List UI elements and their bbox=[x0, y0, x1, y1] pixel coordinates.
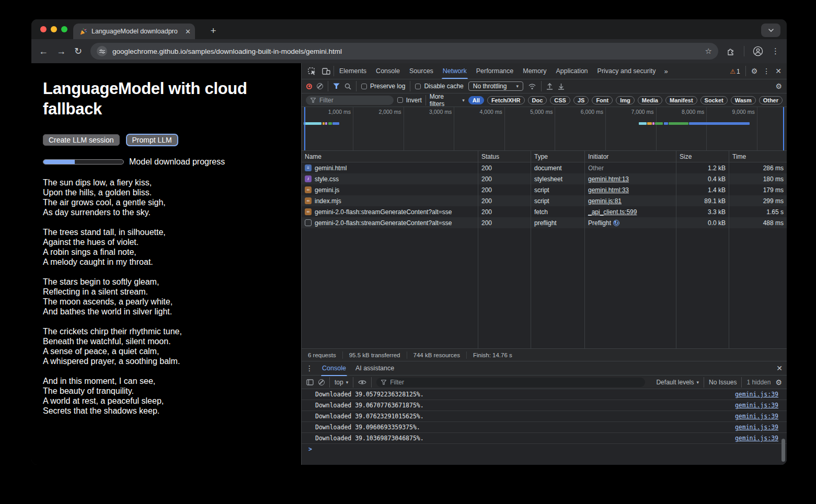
extensions-puzzle-icon[interactable] bbox=[727, 47, 735, 56]
filter-chip-css[interactable]: CSS bbox=[550, 96, 570, 104]
tab-console[interactable]: Console bbox=[371, 64, 405, 79]
drawer-menu-icon[interactable]: ⋮ bbox=[306, 365, 313, 372]
console-prompt[interactable]: > bbox=[302, 444, 787, 454]
initiator-link[interactable]: _api_client.ts:599 bbox=[588, 208, 637, 216]
column-header-status[interactable]: Status bbox=[478, 151, 531, 162]
import-har-icon[interactable] bbox=[546, 83, 553, 90]
forward-button[interactable]: → bbox=[56, 46, 66, 56]
new-tab-button[interactable]: + bbox=[206, 24, 221, 39]
close-window-button[interactable] bbox=[40, 26, 47, 32]
live-expression-eye-icon[interactable] bbox=[358, 379, 366, 385]
console-source-link[interactable]: gemini.js:39 bbox=[735, 402, 778, 409]
filter-chip-media[interactable]: Media bbox=[638, 96, 662, 104]
more-filters-dropdown[interactable]: More filters ▾ bbox=[430, 93, 465, 108]
column-header-initiator[interactable]: Initiator bbox=[585, 151, 676, 162]
table-row[interactable]: /style.css200stylesheetgemini.html:130.4… bbox=[302, 173, 787, 184]
preflight-info-icon[interactable]: ↻ bbox=[613, 220, 619, 226]
reload-button[interactable]: ↻ bbox=[74, 46, 82, 56]
network-overview-timeline[interactable]: 1,000 ms2,000 ms3,000 ms4,000 ms5,000 ms… bbox=[302, 107, 787, 151]
context-selector[interactable]: top ▾ bbox=[335, 379, 348, 386]
filter-chip-wasm[interactable]: Wasm bbox=[731, 96, 756, 104]
filter-chip-font[interactable]: Font bbox=[592, 96, 613, 104]
console-source-link[interactable]: gemini.js:39 bbox=[735, 391, 778, 398]
clear-network-log-icon[interactable] bbox=[317, 83, 323, 89]
table-row[interactable]: ≡gemini.html200documentOther1.2 kB286 ms bbox=[302, 162, 787, 173]
console-filter-input[interactable]: Filter bbox=[376, 378, 645, 387]
poem-stanza: The stars begin to softly gleam,Reflecti… bbox=[43, 277, 285, 317]
clear-console-icon[interactable] bbox=[318, 379, 325, 385]
console-source-link[interactable]: gemini.js:39 bbox=[735, 424, 778, 431]
console-scrollbar-thumb[interactable] bbox=[781, 439, 785, 462]
initiator-link[interactable]: gemini.html:33 bbox=[588, 186, 629, 194]
maximize-window-button[interactable] bbox=[61, 26, 67, 32]
tab-network[interactable]: Network bbox=[438, 64, 472, 79]
browser-menu-icon[interactable]: ⋮ bbox=[772, 46, 779, 56]
site-settings-icon[interactable] bbox=[97, 46, 107, 56]
devtools-close-icon[interactable]: ✕ bbox=[775, 67, 781, 75]
table-row[interactable]: ‹›gemini-2.0-flash:streamGenerateContent… bbox=[302, 206, 787, 217]
filter-chip-img[interactable]: Img bbox=[616, 96, 635, 104]
console-settings-gear-icon[interactable]: ⚙ bbox=[775, 379, 782, 386]
invert-checkbox[interactable]: Invert bbox=[397, 97, 422, 104]
back-button[interactable]: ← bbox=[39, 46, 48, 56]
console-sidebar-toggle-icon[interactable] bbox=[306, 379, 314, 385]
filter-chip-doc[interactable]: Doc bbox=[528, 96, 547, 104]
minimize-window-button[interactable] bbox=[51, 26, 57, 32]
tab-close-icon[interactable]: ✕ bbox=[185, 28, 191, 36]
filter-chip-js[interactable]: JS bbox=[573, 96, 589, 104]
console-tab-ai-assistance[interactable]: AI assistance bbox=[351, 361, 399, 376]
tab-search-chevron-button[interactable] bbox=[761, 24, 780, 37]
bookmark-star-icon[interactable]: ☆ bbox=[705, 46, 712, 56]
waterfall-segment bbox=[304, 122, 321, 125]
tab-elements[interactable]: Elements bbox=[335, 64, 371, 79]
browser-tab[interactable]: LanguageModel downloadpro ✕ bbox=[73, 24, 195, 39]
throttling-select[interactable]: No throttling ▾ bbox=[468, 81, 523, 91]
console-source-link[interactable]: gemini.js:39 bbox=[735, 413, 778, 420]
initiator-link[interactable]: gemini.html:13 bbox=[588, 175, 629, 183]
device-toolbar-icon[interactable] bbox=[322, 67, 330, 75]
console-source-link[interactable]: gemini.js:39 bbox=[735, 435, 778, 442]
cell-size: 1.2 kB bbox=[676, 162, 729, 173]
prompt-llm-button[interactable]: Prompt LLM bbox=[126, 134, 178, 146]
table-row[interactable]: ‹›gemini.js200scriptgemini.html:331.4 kB… bbox=[302, 184, 787, 195]
filter-chip-all[interactable]: All bbox=[468, 96, 484, 104]
column-header-name[interactable]: Name bbox=[302, 151, 478, 162]
address-bar[interactable]: googlechrome.github.io/samples/downloadi… bbox=[90, 43, 718, 60]
devtools-menu-icon[interactable]: ⋮ bbox=[763, 67, 770, 75]
preserve-log-checkbox[interactable]: Preserve log bbox=[361, 83, 405, 90]
filter-chip-socket[interactable]: Socket bbox=[700, 96, 728, 104]
column-header-size[interactable]: Size bbox=[676, 151, 729, 162]
settings-gear-icon[interactable]: ⚙ bbox=[751, 67, 758, 75]
column-header-time[interactable]: Time bbox=[729, 151, 787, 162]
request-name: gemini-2.0-flash:streamGenerateContent?a… bbox=[315, 219, 452, 227]
initiator-link[interactable]: gemini.js:81 bbox=[588, 197, 622, 205]
network-settings-gear-icon[interactable]: ⚙ bbox=[775, 83, 782, 90]
default-levels-dropdown[interactable]: Default levels ▾ bbox=[656, 379, 699, 386]
export-har-icon[interactable] bbox=[558, 83, 565, 90]
column-header-type[interactable]: Type bbox=[531, 151, 585, 162]
network-filter-input[interactable]: Filter bbox=[306, 96, 394, 105]
inspect-element-icon[interactable] bbox=[308, 67, 316, 75]
filter-chip-fetch-xhr[interactable]: Fetch/XHR bbox=[487, 96, 525, 104]
filter-chip-manifest[interactable]: Manifest bbox=[665, 96, 697, 104]
filter-chip-other[interactable]: Other bbox=[759, 96, 783, 104]
tab-sources[interactable]: Sources bbox=[405, 64, 438, 79]
tab-memory[interactable]: Memory bbox=[518, 64, 551, 79]
issues-warning-badge[interactable]: ⚠1 bbox=[730, 66, 740, 76]
filter-funnel-icon[interactable] bbox=[333, 83, 340, 89]
create-llm-session-button[interactable]: Create LLM session bbox=[43, 134, 120, 146]
drawer-close-icon[interactable]: ✕ bbox=[776, 365, 783, 372]
tab-privacy-and-security[interactable]: Privacy and security bbox=[593, 64, 661, 79]
no-issues-label[interactable]: No Issues bbox=[709, 379, 737, 386]
table-row[interactable]: gemini-2.0-flash:streamGenerateContent?a… bbox=[302, 217, 787, 228]
network-conditions-icon[interactable] bbox=[528, 83, 536, 90]
search-icon[interactable] bbox=[344, 83, 351, 90]
more-tabs-chevron[interactable]: » bbox=[661, 67, 671, 75]
tab-application[interactable]: Application bbox=[551, 64, 592, 79]
tab-performance[interactable]: Performance bbox=[472, 64, 519, 79]
console-tab-console[interactable]: Console bbox=[317, 361, 351, 376]
profile-avatar-icon[interactable] bbox=[753, 46, 763, 56]
disable-cache-checkbox[interactable]: Disable cache bbox=[415, 83, 463, 90]
table-row[interactable]: ‹›index.mjs200scriptgemini.js:8189.1 kB2… bbox=[302, 195, 787, 206]
record-network-log-button[interactable] bbox=[306, 84, 312, 89]
